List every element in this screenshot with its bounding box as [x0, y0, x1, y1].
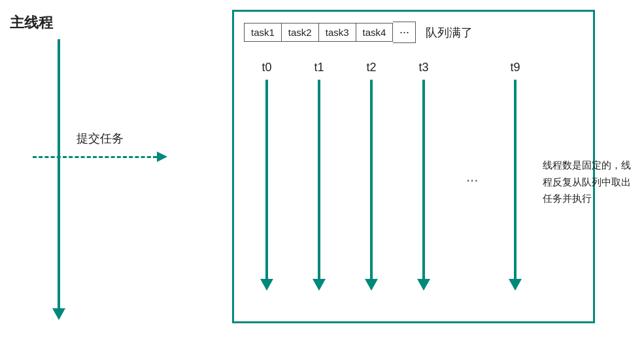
thread-t0-line	[265, 80, 268, 279]
task-box-1: task1	[244, 23, 282, 42]
arrow-right-icon	[157, 152, 167, 162]
thread-t0-label: t0	[262, 61, 271, 74]
threads-area: t0 t1 t2 t3 ···	[234, 61, 593, 309]
thread-t3: t3	[417, 61, 430, 291]
thread-t1-line	[318, 80, 320, 279]
queue-full-label: 队列满了	[426, 25, 473, 40]
thread-t2: t2	[365, 61, 378, 291]
thread-t1-arrowhead	[313, 279, 326, 291]
thread-note: 线程数是固定的，线程反复从队列中取出任务并执行	[543, 157, 637, 207]
left-section: 主线程	[7, 13, 111, 327]
thread-t9: t9	[509, 61, 522, 291]
vertical-line	[58, 39, 60, 308]
thread-pool-box: task1 task2 task3 task4 ··· 队列满了 t0 t1	[232, 10, 595, 323]
task-box-4: task4	[356, 23, 394, 42]
thread-t9-label: t9	[510, 61, 520, 74]
submit-area: 提交任务	[33, 131, 167, 162]
submit-label: 提交任务	[76, 131, 124, 146]
arrow-down-icon	[52, 308, 65, 320]
thread-t9-arrowhead	[509, 279, 522, 291]
dashed-line	[33, 156, 157, 158]
thread-t2-label: t2	[366, 61, 376, 74]
main-container: 主线程 提交任务 task1 task2 task3 task4 ··· 队列满…	[0, 0, 644, 337]
dashed-arrow	[33, 152, 167, 162]
thread-t0-arrowhead	[260, 279, 273, 291]
thread-t1-label: t1	[314, 61, 324, 74]
thread-t3-line	[422, 80, 425, 279]
task-box-2: task2	[282, 23, 319, 42]
thread-t3-label: t3	[418, 61, 428, 74]
thread-t0: t0	[260, 61, 273, 291]
thread-t9-line	[514, 80, 517, 279]
task-queue: task1 task2 task3 task4 ··· 队列满了	[234, 12, 593, 43]
threads-ellipsis: ···	[466, 172, 478, 189]
thread-t2-arrowhead	[365, 279, 378, 291]
main-thread-label: 主线程	[10, 13, 111, 33]
task-ellipsis: ···	[393, 22, 416, 43]
vertical-arrow-container	[7, 39, 111, 320]
task-box-3: task3	[319, 23, 356, 42]
thread-t1: t1	[313, 61, 326, 291]
thread-t2-line	[370, 80, 373, 279]
thread-t3-arrowhead	[417, 279, 430, 291]
